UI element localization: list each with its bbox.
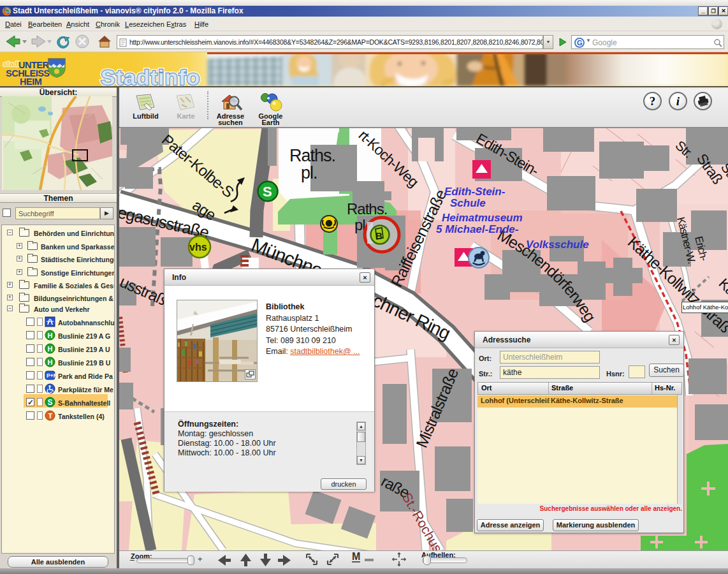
svg-text:Raths.: Raths. xyxy=(289,146,335,165)
svg-text:vhs: vhs xyxy=(189,242,207,253)
svg-text:B: B xyxy=(375,230,382,241)
svg-text:P+R: P+R xyxy=(47,372,55,379)
svg-text:Schule: Schule xyxy=(450,197,486,209)
svg-text:S: S xyxy=(48,398,53,407)
svg-text:pl.: pl. xyxy=(301,163,317,182)
svg-text:Stadtinfo: Stadtinfo xyxy=(101,65,200,86)
svg-text:H: H xyxy=(48,358,53,366)
svg-text:H: H xyxy=(48,332,53,339)
svg-text:Volksschule: Volksschule xyxy=(526,239,589,251)
svg-text:Raths.: Raths. xyxy=(347,200,387,217)
svg-text:HEIM: HEIM xyxy=(20,77,42,86)
svg-text:T: T xyxy=(48,412,53,420)
svg-text:G: G xyxy=(577,39,583,47)
svg-text:H: H xyxy=(48,345,53,353)
svg-text:Edith-Stein-: Edith-Stein- xyxy=(444,186,506,198)
svg-text:Heimatmuseum: Heimatmuseum xyxy=(442,212,523,224)
svg-text:S: S xyxy=(263,184,272,200)
svg-text:stadt: stadt xyxy=(3,60,20,68)
svg-text:5 Michael-Ende-: 5 Michael-Ende- xyxy=(436,223,519,235)
